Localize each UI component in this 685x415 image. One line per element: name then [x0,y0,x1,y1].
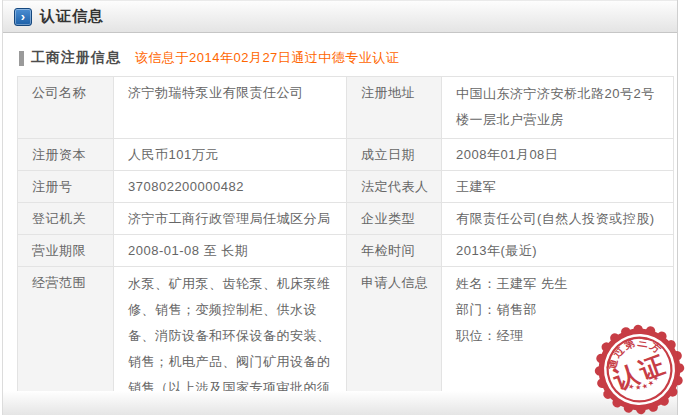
section-header: 工商注册信息 该信息于2014年02月27日通过中德专业认证 [19,49,677,67]
label-registration-authority: 登记机关 [18,203,114,235]
applicant-department: 部门：销售部 [456,297,663,323]
value-establish-date: 2008年01月08日 [442,139,674,171]
value-annual-inspection: 2013年(最近) [442,235,674,267]
table-row: 营业期限 2008-01-08 至 长期 年检时间 2013年(最近) [18,235,674,267]
label-applicant-info: 申请人信息 [347,267,442,415]
value-registered-capital: 人民币101万元 [114,139,347,171]
table-row: 登记机关 济宁市工商行政管理局任城区分局 企业类型 有限责任公司(自然人投资或控… [18,203,674,235]
label-registration-number: 注册号 [18,171,114,203]
certification-notice: 该信息于2014年02月27日通过中德专业认证 [135,49,399,67]
page-title: 认证信息 [40,7,104,26]
certification-info-page: › 认证信息 工商注册信息 该信息于2014年02月27日通过中德专业认证 公司… [0,0,685,415]
label-company-name: 公司名称 [18,77,114,139]
value-enterprise-type: 有限责任公司(自然人投资或控股) [442,203,674,235]
value-registration-authority: 济宁市工商行政管理局任城区分局 [114,203,347,235]
label-business-term: 营业期限 [18,235,114,267]
table-row: 注册号 370802200000482 法定代表人 王建军 [18,171,674,203]
content-frame: › 认证信息 工商注册信息 该信息于2014年02月27日通过中德专业认证 公司… [2,0,678,415]
label-establish-date: 成立日期 [347,139,442,171]
section-title: 工商注册信息 [31,49,121,67]
label-business-scope: 经营范围 [18,267,114,415]
table-row: 注册资本 人民币101万元 成立日期 2008年01月08日 [18,139,674,171]
page-header: › 认证信息 [3,0,677,33]
label-annual-inspection: 年检时间 [347,235,442,267]
label-legal-representative: 法定代表人 [347,171,442,203]
table-row: 经营范围 水泵、矿用泵、齿轮泵、机床泵维修、销售；变频控制柜、供水设备、消防设备… [18,267,674,415]
registration-info-table: 公司名称 济宁勃瑞特泵业有限责任公司 注册地址 中国山东济宁济安桥北路20号2号… [17,76,674,415]
value-business-term: 2008-01-08 至 长期 [114,235,347,267]
label-registered-address: 注册地址 [347,77,442,139]
value-registered-address: 中国山东济宁济安桥北路20号2号楼一层北户营业房 [442,77,674,139]
applicant-name: 姓名：王建军 先生 [456,271,663,297]
value-registration-number: 370802200000482 [114,171,347,203]
value-company-name: 济宁勃瑞特泵业有限责任公司 [114,77,347,139]
table-row: 公司名称 济宁勃瑞特泵业有限责任公司 注册地址 中国山东济宁济安桥北路20号2号… [18,77,674,139]
label-enterprise-type: 企业类型 [347,203,442,235]
value-business-scope: 水泵、矿用泵、齿轮泵、机床泵维修、销售；变频控制柜、供水设备、消防设备和环保设备… [114,267,347,415]
chevron-right-icon: › [14,8,32,26]
label-registered-capital: 注册资本 [18,139,114,171]
value-legal-representative: 王建军 [442,171,674,203]
section-marker-bar [19,51,24,66]
